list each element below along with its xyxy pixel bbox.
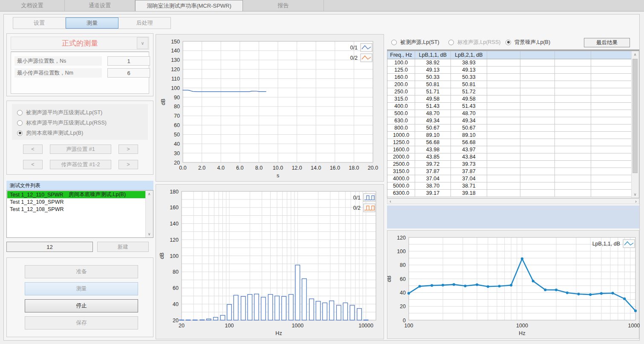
table-cell [555,146,591,153]
table-row[interactable]: 6300.039.1739.18 [387,190,639,197]
tab-report[interactable]: 报告 [243,0,324,11]
source-position-button[interactable]: 声源位置 #1 [50,145,111,154]
table-row[interactable]: 100.038.9238.93 [387,59,639,66]
result-radio-lpst[interactable]: 被测声源,Lp(ST) [391,39,439,46]
table-hscroll[interactable]: ‹ › [387,198,639,204]
table-cell [487,95,520,103]
prev-source-button[interactable]: < [23,145,43,154]
ns-value[interactable]: 1 [107,56,150,66]
result-type-bar: 被测声源,Lp(ST) 标准声源,Lp(RSS) 背景噪声,Lp(B) 最后结果 [387,36,639,49]
time-chart-svg: 20304050607080901001101201301401500.02.0… [156,35,384,182]
last-result-button[interactable]: 最后结果 [584,38,630,47]
table-cell: 50.81 [451,81,487,88]
table-row[interactable]: 160.050.3350.33 [387,74,639,81]
file-list-item[interactable]: Test 1_12_108_SPWR [7,205,145,213]
position-count-box: 最小声源位置数，Ns 1 最小传声器位置数，Nm 6 [11,52,149,94]
scroll-down-icon[interactable]: ∨ [146,231,153,237]
table-header-cell [555,51,591,59]
vscroll-thumb[interactable] [632,59,638,173]
table-row[interactable]: 1250.056.6856.68 [387,139,639,146]
table-header-cell [520,51,555,59]
table-row[interactable]: 1600.043.9843.97 [387,146,639,153]
table-row[interactable]: 4000.037.0437.04 [387,175,639,182]
result-table-header: Freq., HzLpB,1,1, dBLpB,2,1, dB [387,51,639,59]
file-name: Test 1_12_109_SPWR [10,199,69,205]
next-mic-button[interactable]: > [118,160,138,169]
tab-document-settings[interactable]: 文档设置 [0,0,65,11]
spectrum-chart-panel: 2040608010012014016018020100100010000Hzd… [156,184,384,339]
table-cell [520,175,555,182]
table-row[interactable]: 5000.038.7038.71 [387,182,639,190]
scroll-up-icon[interactable]: ∧ [632,51,638,58]
table-cell: 39.17 [415,190,451,197]
table-row[interactable]: 3150.037.8737.87 [387,168,639,175]
table-cell [487,88,520,95]
tab-channel-settings[interactable]: 通道设置 [65,0,135,11]
scroll-down-icon[interactable]: ∨ [632,191,638,198]
table-row[interactable]: 630.049.3449.34 [387,117,639,124]
file-list-item[interactable]: Test 1_12_109_SPWR [7,198,145,205]
table-row[interactable]: 800.050.6750.67 [387,124,639,132]
subtab-postprocess[interactable]: 后处理 [118,17,170,29]
table-row[interactable]: 315.049.5849.58 [387,95,639,103]
chevron-down-icon[interactable]: ∨ [137,37,148,49]
count-button[interactable]: 12 [6,242,93,252]
table-vscroll[interactable]: ∧ ∨ [631,51,639,198]
svg-text:70: 70 [174,113,180,119]
table-row[interactable]: 1000.089.1089.10 [387,132,639,139]
svg-text:120: 120 [170,237,179,243]
radio-lpst[interactable]: 被测声源平均声压级测试,Lp(ST) [17,109,102,116]
prepare-button[interactable]: 准备 [25,265,138,278]
table-cell: 39.72 [415,161,451,168]
table-cell: 49.34 [451,117,487,124]
table-cell [591,153,632,161]
table-cell: 800.0 [387,124,415,132]
table-header-cell [591,51,632,59]
table-cell [591,124,632,132]
table-row[interactable]: 2000.043.8543.84 [387,153,639,161]
svg-text:80: 80 [173,269,179,275]
table-row[interactable]: 125.049.1349.13 [387,66,639,74]
table-cell: 38.70 [415,182,451,190]
file-list-scrollbar[interactable]: ∧ ∨ [145,191,153,237]
table-header-cell [487,51,520,59]
table-row[interactable]: 2500.039.7239.73 [387,161,639,168]
result-radio-lprss[interactable]: 标准声源,Lp(RSS) [448,39,500,46]
new-button[interactable]: 新建 [97,242,149,252]
scroll-right-icon[interactable]: › [633,199,639,204]
radio-lpb[interactable]: 房间本底噪声测试,Lp(B) [17,130,83,136]
table-cell: 4000.0 [387,175,415,182]
table-cell [555,110,591,117]
table-cell [591,161,632,168]
svg-text:s: s [277,173,279,179]
table-row[interactable]: 500.048.7048.70 [387,110,639,117]
save-button[interactable]: 保存 [25,316,138,330]
measure-mode-dropdown[interactable]: 正式的测量 [11,37,149,50]
next-source-button[interactable]: > [118,145,138,154]
table-cell: 160.0 [387,74,415,81]
subtab-settings[interactable]: 设置 [13,17,66,29]
file-list[interactable]: Test 1_12_110_SPWR房间本底噪声测试,Lp(B)Test 1_1… [6,190,153,238]
table-cell: 51.43 [415,103,451,110]
file-list-item[interactable]: Test 1_12_110_SPWR房间本底噪声测试,Lp(B) [7,191,145,198]
scroll-left-icon[interactable]: ‹ [387,199,393,204]
subtab-measure[interactable]: 测量 [66,17,118,29]
mic-position-button[interactable]: 传声器位置 #1-2 [50,160,111,169]
measure-button[interactable]: 测量 [25,282,138,295]
table-row[interactable]: 250.051.7151.72 [387,88,639,95]
table-cell: 89.10 [451,132,487,139]
table-cell: 1000.0 [387,132,415,139]
table-cell [487,190,520,197]
svg-text:40: 40 [400,290,406,296]
table-cell: 48.70 [415,110,451,117]
stop-button[interactable]: 停止 [25,299,138,312]
result-radio-lpb[interactable]: 背景噪声,Lp(B) [505,39,550,46]
table-cell [487,117,520,124]
scroll-up-icon[interactable]: ∧ [146,191,153,197]
table-row[interactable]: 400.051.4351.43 [387,103,639,110]
tab-mcr-spwr[interactable]: 混响室法测试声功率(MCR-SPWR) [135,0,243,11]
prev-mic-button[interactable]: < [23,160,43,169]
table-row[interactable]: 200.050.8150.81 [387,81,639,88]
radio-lprss[interactable]: 标准声源平均声压级测试,Lp(RSS) [17,119,107,126]
nm-value[interactable]: 6 [107,68,150,78]
